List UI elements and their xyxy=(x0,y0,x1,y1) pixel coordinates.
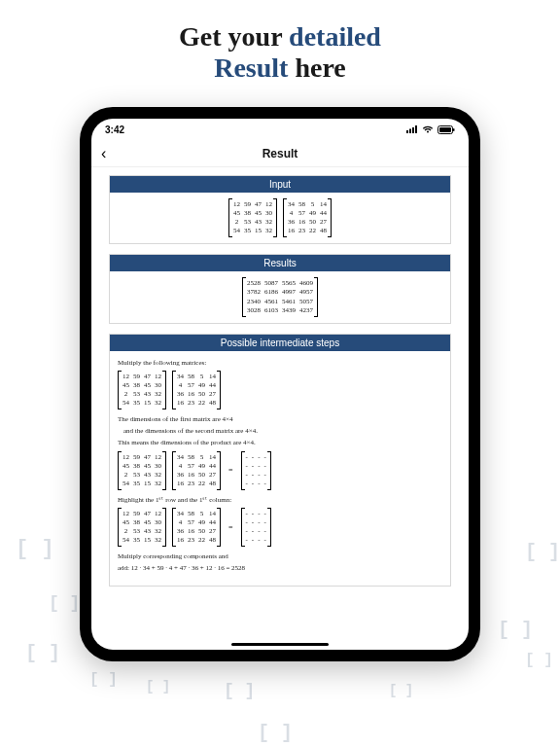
svg-rect-3 xyxy=(415,125,417,133)
bracket-decoration: [ ] xyxy=(16,537,54,561)
step-3-text: Highlight the 1ˢᵗ row and the 1ˢᵗ column… xyxy=(118,496,442,505)
svg-rect-0 xyxy=(406,130,408,133)
step-4: Multiply corresponding components and ad… xyxy=(118,552,442,573)
chevron-left-icon: ‹ xyxy=(101,145,106,162)
tablet-screen: 3:42 ‹ Result xyxy=(91,119,469,650)
step-1: Multiply the following matrices: 1259471… xyxy=(118,359,442,409)
step-2-text-1: The dimensions of the first matrix are 4… xyxy=(118,415,442,424)
status-right xyxy=(406,125,455,134)
result-matrix: 2528508755654609378261864997495723404561… xyxy=(242,277,318,316)
input-matrix-a: 1259471245384530253433254351532 xyxy=(228,198,277,237)
step2-matrix-a: 1259471245384530253433254351532 xyxy=(118,451,166,490)
equals-sign: = xyxy=(227,466,235,475)
promo-accent-1: detailed xyxy=(289,21,381,52)
status-bar: 3:42 xyxy=(91,119,469,140)
results-card-body: 2528508755654609378261864997495723404561… xyxy=(110,271,450,322)
promo-text-1: Get your xyxy=(179,21,289,52)
back-button[interactable]: ‹ xyxy=(101,140,106,166)
bracket-decoration: [ ] xyxy=(498,619,533,641)
svg-rect-1 xyxy=(409,129,411,134)
promo-page: Get your detailed Result here [ ][ ][ ][… xyxy=(0,0,560,747)
step1-matrix-a: 1259471245384530253433254351532 xyxy=(118,371,166,409)
tablet-frame: 3:42 ‹ Result xyxy=(80,107,480,661)
svg-rect-6 xyxy=(453,128,455,131)
step-2: The dimensions of the first matrix are 4… xyxy=(118,415,442,490)
page-title: Result xyxy=(262,147,298,160)
bracket-decoration: [ ] xyxy=(89,671,118,689)
steps-card: Possible intermediate steps Multiply the… xyxy=(109,334,451,587)
wifi-icon xyxy=(422,125,434,133)
bracket-decoration: [ ] xyxy=(525,541,560,563)
home-indicator[interactable] xyxy=(231,643,329,646)
bracket-decoration: [ ] xyxy=(146,679,170,694)
promo-text-2: here xyxy=(288,53,345,83)
bracket-decoration: [ ] xyxy=(258,722,293,744)
bracket-decoration: [ ] xyxy=(25,642,60,664)
steps-card-header: Possible intermediate steps xyxy=(110,335,450,351)
steps-card-body: Multiply the following matrices: 1259471… xyxy=(110,351,450,586)
input-card-header: Input xyxy=(110,176,450,193)
promo-accent-2: Result xyxy=(214,53,288,83)
step-4-text: Multiply corresponding components and xyxy=(118,552,442,561)
step2-matrix-placeholder: ---------------- xyxy=(241,451,271,490)
results-card-header: Results xyxy=(110,255,450,271)
nav-bar: ‹ Result xyxy=(91,140,469,167)
step-1-text: Multiply the following matrices: xyxy=(118,359,442,368)
bracket-decoration: [ ] xyxy=(525,652,553,669)
results-card: Results 25285087556546093782618649974957… xyxy=(109,254,451,323)
step3-matrix-a: 1259471245384530253433254351532 xyxy=(118,508,166,547)
step-3: Highlight the 1ˢᵗ row and the 1ˢᵗ column… xyxy=(118,496,442,547)
bracket-decoration: [ ] xyxy=(49,593,80,613)
cellular-icon xyxy=(406,125,418,133)
step-4-sub: add: 12 · 34 + 59 · 4 + 47 · 36 + 12 · 1… xyxy=(118,564,442,573)
promo-title: Get your detailed Result here xyxy=(0,0,560,101)
status-time: 3:42 xyxy=(105,124,124,135)
bracket-decoration: [ ] xyxy=(224,681,255,700)
equals-sign-2: = xyxy=(227,523,235,532)
step3-matrix-b: 345851445749443616502716232248 xyxy=(172,508,221,547)
step-2-text-2: and the dimensions of the second matrix … xyxy=(118,427,442,436)
battery-icon xyxy=(438,125,455,134)
input-card-body: 1259471245384530253433254351532 34585144… xyxy=(110,193,450,243)
result-content[interactable]: Input 1259471245384530253433254351532 34… xyxy=(91,167,469,650)
svg-rect-2 xyxy=(412,127,414,133)
svg-rect-5 xyxy=(439,127,451,132)
bracket-decoration: [ ] xyxy=(389,683,413,698)
input-matrix-b: 345851445749443616502716232248 xyxy=(283,198,332,237)
input-card: Input 1259471245384530253433254351532 34… xyxy=(109,175,451,244)
step-2-text-3: This means the dimensions of the product… xyxy=(118,439,442,447)
step2-matrix-b: 345851445749443616502716232248 xyxy=(172,451,221,490)
step3-matrix-placeholder: ---------------- xyxy=(241,508,271,547)
step1-matrix-b: 345851445749443616502716232248 xyxy=(172,371,221,409)
